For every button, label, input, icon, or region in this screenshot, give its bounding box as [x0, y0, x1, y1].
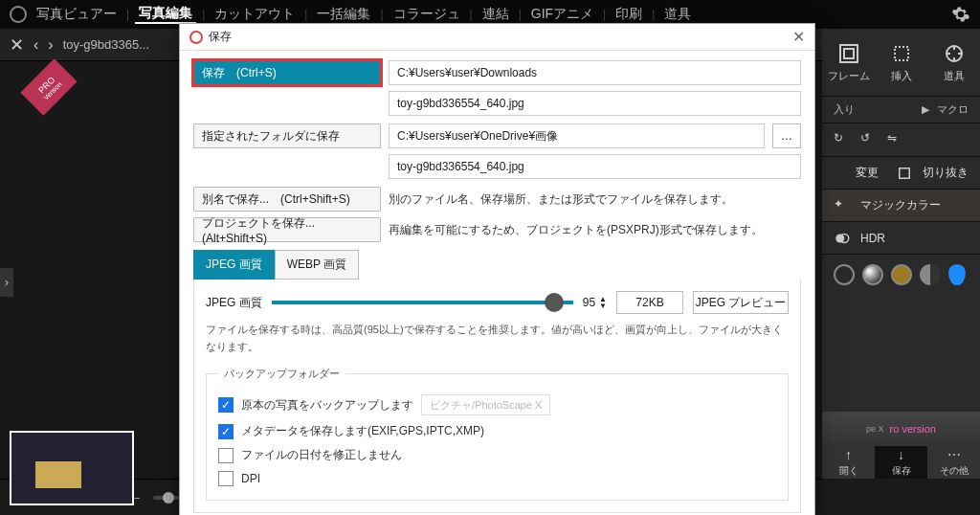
nav-edit[interactable]: 写真編集 — [135, 5, 196, 24]
open-button[interactable]: ↑開く — [822, 446, 875, 479]
nav-combine[interactable]: 連結 — [479, 6, 513, 23]
nav-gif[interactable]: GIFアニメ — [527, 6, 597, 23]
tab-webp[interactable]: WEBP 画質 — [275, 250, 359, 280]
save-as-description: 別のファイル名、保存場所、または形式でファイルを保存します。 — [389, 188, 801, 212]
nav-viewer[interactable]: 写真ビュアー — [33, 6, 121, 23]
preset-4[interactable] — [920, 264, 941, 285]
folder-file-input[interactable]: toy-g9bd336554_640.jpg — [389, 154, 801, 179]
next-icon[interactable]: › — [48, 36, 53, 54]
favorites-row[interactable]: 入り▶ マクロ — [822, 96, 980, 123]
dialog-titlebar: 保存 ✕ — [180, 24, 814, 51]
save-to-folder-button[interactable]: 指定されたフォルダに保存 — [193, 123, 381, 148]
filedate-checkbox[interactable] — [218, 448, 234, 463]
close-icon[interactable]: ✕ — [792, 28, 805, 46]
color-presets[interactable] — [822, 254, 980, 295]
backup-folder-input: ピクチャ/PhotoScape X — [421, 394, 550, 415]
save-project-description: 再編集を可能にするため、プロジェクトを(PSXPRJ)形式で保存します。 — [389, 218, 801, 242]
file-name: toy-g9bd3365... — [63, 37, 149, 52]
backup-legend: バックアップフォルダー — [218, 367, 345, 381]
browse-folder-button[interactable]: … — [772, 123, 801, 148]
folder-path-input[interactable]: C:¥Users¥user¥OneDrive¥画像 — [389, 123, 765, 148]
save-file-input[interactable]: toy-g9bd336554_640.jpg — [389, 91, 801, 116]
settings-icon[interactable] — [951, 5, 970, 24]
filesize-display: 72KB — [616, 291, 683, 314]
quality-stepper[interactable]: ▲▼ — [599, 296, 607, 309]
thumbnail[interactable] — [10, 431, 134, 505]
nav-batch[interactable]: 一括編集 — [313, 6, 374, 23]
nav-tools[interactable]: 道具 — [660, 6, 695, 23]
rotate-tools[interactable]: ↻↺⇋ — [822, 123, 980, 156]
zoom-minus[interactable]: − — [134, 492, 140, 504]
nav-print[interactable]: 印刷 — [612, 6, 646, 23]
nav-collage[interactable]: コラージュ — [390, 6, 464, 23]
dialog-title: 保存 — [209, 29, 232, 45]
svg-rect-1 — [844, 49, 854, 58]
right-panel: フレーム 挿入 道具 入り▶ マクロ ↻↺⇋ 変更切り抜き ✦マジックカラー H… — [822, 29, 980, 479]
expand-sidebar-icon[interactable]: › — [0, 268, 13, 297]
item-hdr[interactable]: HDR — [822, 221, 980, 254]
promo-banner[interactable]: pe Xro version — [822, 412, 980, 446]
prev-icon[interactable]: ‹ — [33, 36, 38, 54]
svg-rect-0 — [840, 45, 858, 62]
preset-3[interactable] — [891, 264, 912, 285]
save-path-input[interactable]: C:¥Users¥user¥Downloads — [389, 60, 801, 85]
dialog-logo-icon — [189, 31, 203, 44]
svg-rect-4 — [900, 168, 910, 178]
quality-note: ファイルを保存する時は、高品質(95以上)で保存することを推奨します。値が高いほ… — [206, 322, 789, 355]
metadata-checkbox[interactable]: ✓ — [218, 424, 234, 439]
tab-jpeg[interactable]: JPEG 画質 — [193, 250, 275, 280]
tool-tools[interactable]: 道具 — [927, 29, 980, 96]
save-project-button[interactable]: プロジェクトを保存... (Alt+Shift+S) — [193, 217, 381, 242]
preset-drop[interactable] — [948, 264, 966, 285]
quality-value: 95 — [583, 296, 595, 309]
save-dialog: 保存 ✕ 保存 (Ctrl+S) C:¥Users¥user¥Downloads… — [179, 23, 815, 515]
preset-1[interactable] — [834, 264, 855, 285]
jpeg-preview-button[interactable]: JPEG プレビュー — [693, 291, 789, 314]
item-change[interactable]: 変更切り抜き — [822, 156, 980, 189]
tool-frame[interactable]: フレーム — [822, 29, 875, 96]
quality-slider[interactable] — [272, 301, 573, 304]
backup-checkbox[interactable]: ✓ — [218, 397, 234, 413]
close-icon[interactable]: ✕ — [10, 34, 24, 56]
tool-insert[interactable]: 挿入 — [875, 29, 927, 96]
save-as-button[interactable]: 別名で保存... (Ctrl+Shift+S) — [193, 187, 381, 212]
backup-fieldset: バックアップフォルダー ✓ 原本の写真をバックアップします ピクチャ/Photo… — [206, 367, 789, 501]
app-logo-icon — [10, 6, 27, 23]
save-button[interactable]: 保存 (Ctrl+S) — [193, 60, 381, 85]
nav-cutout[interactable]: カットアウト — [211, 6, 299, 23]
item-magic-color[interactable]: ✦マジックカラー — [822, 189, 980, 221]
svg-rect-2 — [895, 47, 908, 60]
dpi-checkbox[interactable] — [218, 471, 234, 486]
quality-label: JPEG 画質 — [206, 295, 262, 311]
more-button[interactable]: ⋯その他 — [927, 446, 980, 479]
save-button[interactable]: ↓保存 — [875, 446, 927, 479]
preset-2[interactable] — [862, 264, 883, 285]
